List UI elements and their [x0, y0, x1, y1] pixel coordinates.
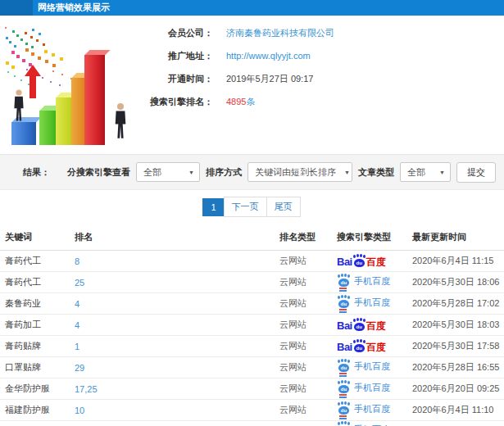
cell-keyword: 膏药贴牌	[0, 336, 70, 357]
cell-engine-type: Baidu百度	[332, 315, 407, 336]
table-row: 膏药贴牌1云网站Baidu百度2020年5月30日 17:58	[0, 336, 504, 357]
result-label: 结果：	[23, 166, 50, 179]
baidu-logo[interactable]: Baidu百度	[337, 340, 386, 352]
cell-engine-type: Baidu百度	[332, 251, 407, 272]
baidu-paw-icon: du	[338, 381, 350, 393]
info-field-value: 2019年5月27日 09:17	[226, 73, 313, 85]
baidu-logo[interactable]: Baidu百度	[337, 255, 386, 267]
cell-empty	[407, 421, 504, 426]
baidu-mobile-badge[interactable]: du手机百度	[337, 295, 390, 311]
engine-select[interactable]: 全部 ▼	[136, 162, 200, 182]
businessman-figure-right	[113, 101, 128, 142]
info-field-link[interactable]: 济南秦鲁药业科技有限公司	[226, 27, 334, 39]
bar-chart-illustration	[2, 25, 139, 150]
member-info: 会员公司：济南秦鲁药业科技有限公司推广地址：http://www.qlyyjt.…	[131, 27, 500, 119]
info-row: 开通时间：2019年5月27日 09:17	[131, 73, 500, 85]
rank-link[interactable]: 4	[75, 299, 79, 309]
cell-engine-type: du手机百度	[332, 378, 407, 400]
rank-link[interactable]: 4	[75, 320, 79, 330]
title-bar-accent	[0, 0, 33, 16]
page: 网络营销效果展示 会员公司：济南秦鲁药业科技有限公司推广地址：http://ww…	[0, 0, 504, 426]
cell-rank: 10	[70, 400, 275, 421]
cell-rank-type: 云网站	[275, 293, 332, 315]
rank-link[interactable]: 17,25	[75, 384, 98, 394]
sort-select[interactable]: 关键词由短到长排序 ▼	[247, 162, 352, 182]
cell-keyword: 福建防护服	[0, 400, 70, 421]
filter-bar: 结果： 分搜索引擎查看 全部 ▼ 排序方式 关键词由短到长排序 ▼ 文章类型 全…	[0, 154, 504, 190]
rank-link[interactable]: 29	[75, 363, 84, 373]
baidu-logo[interactable]: Baidu百度	[337, 319, 386, 331]
rank-link[interactable]: 8	[75, 256, 79, 266]
cell-rank-type: 云网站	[275, 378, 332, 400]
baidu-mobile-label: 手机百度	[354, 424, 390, 426]
baidu-paw-icon: du	[338, 274, 350, 287]
baidu-logo-text-cn: 百度	[366, 342, 386, 352]
article-type-select[interactable]: 全部 ▼	[400, 162, 451, 182]
baidu-mobile-badge[interactable]: du手机百度	[337, 380, 390, 397]
col-header-update-time: 最新更新时间	[407, 224, 504, 251]
results-table: 关键词 排名 排名类型 搜索引擎类型 最新更新时间 膏药代工8云网站Baidu百…	[0, 224, 504, 426]
cell-engine-type: du手机百度	[332, 357, 407, 378]
page-1-button[interactable]: 1	[202, 198, 224, 216]
cell-rank: 29	[70, 357, 275, 378]
table-header-row: 关键词 排名 排名类型 搜索引擎类型 最新更新时间	[0, 224, 504, 251]
baidu-mobile-badge[interactable]: du手机百度	[337, 274, 390, 290]
rank-link[interactable]: 25	[75, 278, 84, 288]
rank-link[interactable]: 1	[75, 342, 79, 351]
cell-engine-type: du手机百度	[332, 293, 407, 315]
info-section: 会员公司：济南秦鲁药业科技有限公司推广地址：http://www.qlyyjt.…	[0, 16, 504, 154]
cell-rank: 1	[70, 336, 275, 357]
baidu-mobile-icon: du	[337, 380, 350, 397]
info-row: 搜索引擎排名：4895条	[131, 96, 500, 108]
baidu-mobile-label: 手机百度	[354, 382, 390, 394]
businessman-figure-left	[12, 89, 25, 122]
cell-update-time: 2020年6月4日 11:15	[407, 251, 504, 272]
title-bar: 网络营销效果展示	[0, 0, 504, 16]
chevron-down-icon: ▼	[344, 170, 350, 175]
info-field-link[interactable]: http://www.qlyyjt.com	[226, 51, 311, 61]
baidu-logo-text-bai: Bai	[337, 342, 352, 352]
col-header-keyword: 关键词	[0, 224, 70, 251]
cell-engine-type: Baidu百度	[332, 336, 407, 357]
info-row: 推广地址：http://www.qlyyjt.com	[131, 50, 500, 62]
cell-update-time: 2020年5月28日 16:55	[407, 357, 504, 378]
cell-engine-type: du手机百度	[332, 272, 407, 293]
cell-keyword: 膏药代工	[0, 251, 70, 272]
sort-filter-label: 排序方式	[206, 166, 242, 179]
cell-update-time: 2020年6月4日 11:10	[407, 400, 504, 421]
baidu-logo-text-bai: Bai	[337, 256, 352, 267]
cell-rank: 4	[70, 315, 275, 336]
chevron-down-icon: ▼	[439, 170, 445, 175]
baidu-mobile-label: 手机百度	[354, 360, 390, 373]
cell-keyword: 口罩贴牌	[0, 357, 70, 378]
baidu-mobile-badge[interactable]: du手机百度	[337, 401, 390, 418]
col-header-rank-type: 排名类型	[275, 224, 332, 251]
info-row: 会员公司：济南秦鲁药业科技有限公司	[131, 27, 500, 39]
rank-link[interactable]: 10	[75, 406, 84, 415]
next-page-button[interactable]: 下一页	[224, 197, 267, 217]
cell-rank: 8	[70, 251, 275, 272]
info-field-label: 开通时间：	[131, 73, 213, 85]
filter-controls: 分搜索引擎查看 全部 ▼ 排序方式 关键词由短到长排序 ▼ 文章类型 全部 ▼ …	[67, 162, 496, 183]
article-type-select-value: 全部	[407, 166, 425, 179]
baidu-paw-icon: du	[353, 255, 366, 267]
cell-empty	[275, 421, 332, 426]
chevron-down-icon: ▼	[188, 170, 194, 175]
last-page-button[interactable]: 尾页	[266, 197, 301, 217]
cell-update-time: 2020年5月30日 17:58	[407, 336, 504, 357]
table-row: 膏药代工8云网站Baidu百度2020年6月4日 11:15	[0, 251, 504, 272]
baidu-mobile-badge[interactable]: du手机百度	[337, 421, 390, 426]
baidu-paw-icon: du	[353, 319, 366, 331]
col-header-rank: 排名	[70, 224, 275, 251]
baidu-mobile-badge[interactable]: du手机百度	[337, 359, 390, 375]
cell-update-time: 2020年5月30日 18:03	[407, 315, 504, 336]
submit-button[interactable]: 提交	[456, 162, 496, 183]
info-field-label: 推广地址：	[131, 50, 213, 62]
baidu-paw-icon: du	[338, 422, 350, 426]
table-row-partial: du手机百度	[0, 421, 504, 426]
baidu-logo-text-bai: Bai	[337, 320, 352, 331]
info-field-value: 4895条	[226, 96, 255, 108]
cell-rank-type: 云网站	[275, 357, 332, 378]
baidu-paw-icon: du	[338, 402, 350, 415]
cell-rank: 4	[70, 293, 275, 315]
